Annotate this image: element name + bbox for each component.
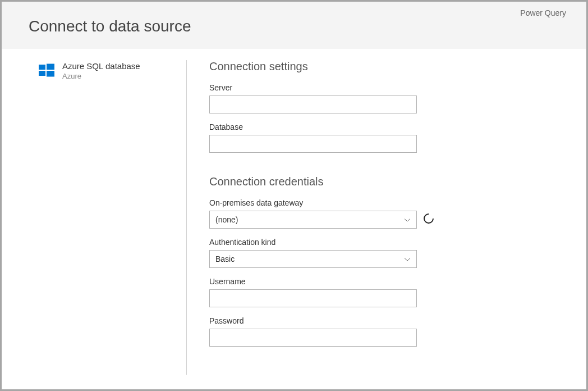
sidebar: Azure SQL database Azure [2,60,187,375]
svg-rect-3 [47,71,54,77]
server-label: Server [209,83,564,92]
password-field: Password [209,316,564,347]
auth-select[interactable]: Basic [209,250,417,268]
svg-rect-2 [39,71,45,76]
product-label: Power Query [520,8,566,17]
chevron-down-icon [404,216,411,223]
gateway-label: On-premises data gateway [209,198,564,207]
refresh-icon [423,213,434,226]
username-field: Username [209,277,564,307]
password-label: Password [209,316,564,325]
windows-icon [38,61,56,79]
database-field: Database [209,122,564,153]
page-header: Connect to data source Power Query [2,2,586,49]
svg-rect-1 [47,64,54,70]
auth-field: Authentication kind Basic [209,238,564,268]
password-input[interactable] [209,329,417,347]
connection-credentials-title: Connection credentials [209,175,564,188]
connection-settings-title: Connection settings [209,60,564,73]
gateway-value: (none) [215,215,238,224]
server-input[interactable] [209,96,417,113]
source-name: Azure SQL database [62,61,140,71]
source-category: Azure [62,72,140,80]
source-labels: Azure SQL database Azure [62,61,140,80]
username-input[interactable] [209,289,417,307]
refresh-gateway-button[interactable] [422,213,435,226]
database-input[interactable] [209,135,417,153]
gateway-select[interactable]: (none) [209,211,417,229]
database-label: Database [209,122,564,131]
username-label: Username [209,277,564,286]
data-source-item[interactable]: Azure SQL database Azure [38,61,173,80]
svg-rect-0 [39,65,45,70]
page-title: Connect to data source [29,17,559,35]
content-area: Azure SQL database Azure Connection sett… [2,49,586,375]
auth-label: Authentication kind [209,238,564,247]
auth-value: Basic [215,254,235,263]
gateway-field: On-premises data gateway (none) [209,198,564,229]
chevron-down-icon [404,256,411,262]
server-field: Server [209,83,564,113]
main-panel: Connection settings Server Database Conn… [187,60,586,375]
